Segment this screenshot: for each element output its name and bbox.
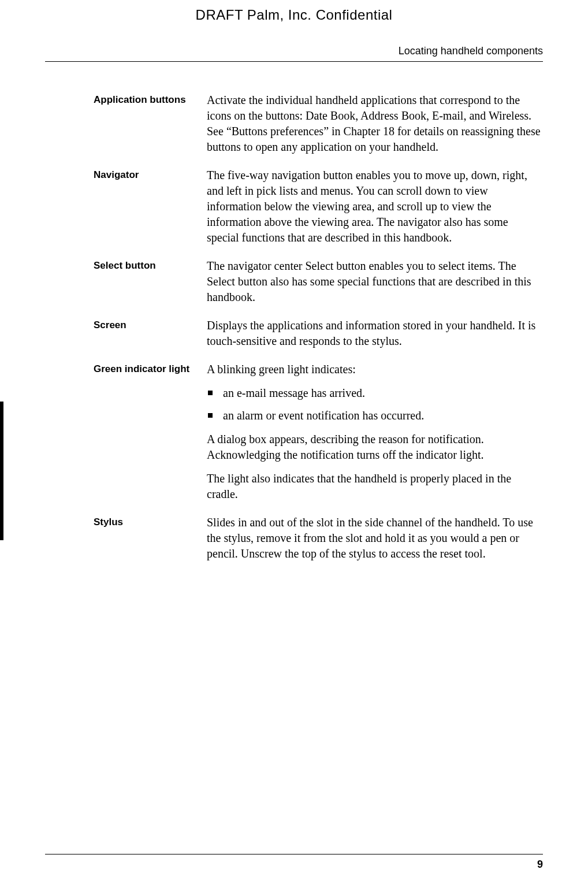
paragraph: The five-way navigation button enables y…: [207, 168, 543, 246]
desc-navigator: The five-way navigation button enables y…: [207, 168, 543, 246]
content-area: Application buttons Activate the individ…: [94, 92, 543, 574]
desc-green-indicator: A blinking green light indicates: an e-m…: [207, 362, 543, 502]
footer-rule: [45, 854, 543, 854]
paragraph: The navigator center Select button enabl…: [207, 258, 543, 305]
term-green-indicator: Green indicator light: [94, 362, 207, 502]
page-number: 9: [537, 859, 543, 871]
definition-row: Select button The navigator center Selec…: [94, 258, 543, 305]
definition-row: Navigator The five-way navigation button…: [94, 168, 543, 246]
paragraph: The light also indicates that the handhe…: [207, 471, 543, 502]
list-item: an e-mail message has arrived.: [207, 385, 543, 401]
section-title: Locating handheld components: [399, 45, 543, 57]
term-screen: Screen: [94, 318, 207, 349]
paragraph: Slides in and out of the slot in the sid…: [207, 515, 543, 562]
paragraph: Displays the applications and informatio…: [207, 318, 543, 349]
definition-row: Stylus Slides in and out of the slot in …: [94, 515, 543, 562]
definition-row: Green indicator light A blinking green l…: [94, 362, 543, 502]
paragraph: Activate the individual handheld applica…: [207, 92, 543, 155]
desc-stylus: Slides in and out of the slot in the sid…: [207, 515, 543, 562]
term-navigator: Navigator: [94, 168, 207, 246]
paragraph: A blinking green light indicates:: [207, 362, 543, 377]
paragraph: A dialog box appears, describing the rea…: [207, 432, 543, 463]
bullet-list: an e-mail message has arrived. an alarm …: [207, 385, 543, 423]
list-item: an alarm or event notification has occur…: [207, 408, 543, 423]
term-application-buttons: Application buttons: [94, 92, 207, 155]
term-stylus: Stylus: [94, 515, 207, 562]
desc-select-button: The navigator center Select button enabl…: [207, 258, 543, 305]
definition-row: Screen Displays the applications and inf…: [94, 318, 543, 349]
desc-screen: Displays the applications and informatio…: [207, 318, 543, 349]
draft-header: DRAFT Palm, Inc. Confidential: [0, 7, 588, 23]
change-bar: [0, 402, 3, 540]
definition-row: Application buttons Activate the individ…: [94, 92, 543, 155]
header-rule: [45, 61, 543, 62]
term-select-button: Select button: [94, 258, 207, 305]
desc-application-buttons: Activate the individual handheld applica…: [207, 92, 543, 155]
